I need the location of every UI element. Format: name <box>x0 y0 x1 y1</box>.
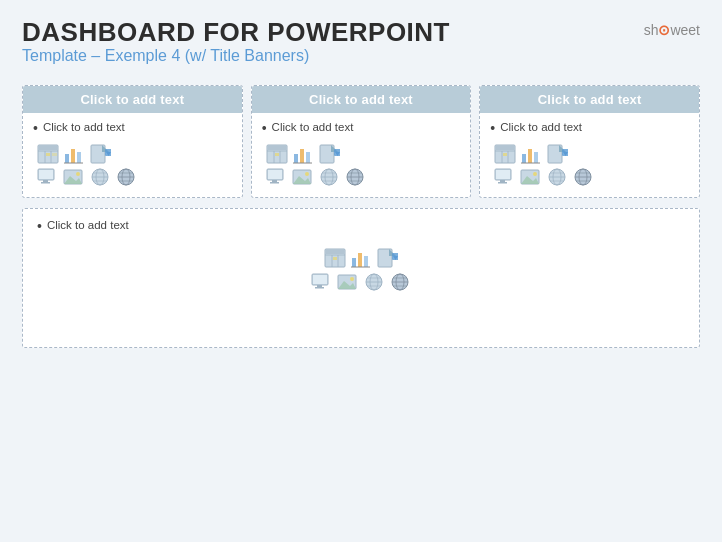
bar-chart-icon-3 <box>520 144 542 164</box>
svg-rect-16 <box>39 170 53 179</box>
globe-2-icon-2 <box>344 167 366 187</box>
card-2[interactable]: Click to add text Click to add text <box>251 85 472 198</box>
card-2-bullet[interactable]: Click to add text <box>262 121 461 136</box>
card-1-banner[interactable]: Click to add text <box>23 86 242 113</box>
table-icon-2 <box>266 144 288 164</box>
svg-rect-100 <box>352 258 356 267</box>
globe-icon-3 <box>546 167 568 187</box>
svg-point-114 <box>350 277 354 281</box>
svg-rect-68 <box>503 153 507 156</box>
globe-2-icon <box>115 167 137 187</box>
svg-rect-98 <box>326 250 344 254</box>
card-1-body: Click to add text <box>23 113 242 197</box>
card-1-bullet[interactable]: Click to add text <box>33 121 232 136</box>
svg-point-52 <box>305 172 309 176</box>
svg-rect-69 <box>522 154 526 163</box>
image-icon-2 <box>292 167 314 187</box>
main-title: DASHBOARD FOR POWERPOINT <box>22 18 450 47</box>
document-svg <box>89 144 111 164</box>
svg-rect-40 <box>306 152 310 163</box>
bottom-card[interactable]: Click to add text <box>22 208 700 348</box>
svg-rect-102 <box>364 256 368 267</box>
card-2-body: Click to add text <box>252 113 471 197</box>
globe-2-svg <box>115 167 137 187</box>
globe-icon <box>89 167 111 187</box>
brand-highlight: ⊙ <box>658 22 670 38</box>
bottom-icon-row-2 <box>311 272 411 292</box>
svg-rect-9 <box>77 152 81 163</box>
svg-rect-36 <box>268 146 286 150</box>
table-icon-3 <box>494 144 516 164</box>
svg-rect-79 <box>500 180 505 182</box>
globe-icon-2 <box>318 167 340 187</box>
svg-rect-39 <box>300 149 304 163</box>
svg-point-21 <box>76 172 80 176</box>
svg-rect-4 <box>39 146 57 150</box>
card-3-banner[interactable]: Click to add text <box>480 86 699 113</box>
card-2-banner[interactable]: Click to add text <box>252 86 471 113</box>
globe-icon-b <box>363 272 385 292</box>
bar-chart-icon-2 <box>292 144 314 164</box>
monitor-icon-2 <box>266 167 288 187</box>
svg-rect-78 <box>496 170 510 179</box>
image-svg <box>63 167 85 187</box>
image-icon-3 <box>520 167 542 187</box>
card-3[interactable]: Click to add text Click to add text <box>479 85 700 198</box>
document-icon-2 <box>318 144 340 164</box>
subtitle: Template – Exemple 4 (w/ Title Banners) <box>22 47 450 65</box>
svg-rect-8 <box>71 149 75 163</box>
bar-chart-icon-b <box>350 248 372 268</box>
image-icon-b <box>337 272 359 292</box>
table-icon <box>37 144 59 164</box>
globe-svg <box>89 167 111 187</box>
bar-chart-icon <box>63 144 85 164</box>
svg-rect-109 <box>313 275 327 284</box>
header-left: DASHBOARD FOR POWERPOINT Template – Exem… <box>22 18 450 79</box>
svg-rect-37 <box>275 153 279 156</box>
svg-rect-38 <box>294 154 298 163</box>
svg-rect-18 <box>41 182 50 184</box>
svg-rect-110 <box>317 285 322 287</box>
svg-point-83 <box>533 172 537 176</box>
card-2-icon-grid <box>262 144 461 187</box>
card-3-bullet[interactable]: Click to add text <box>490 121 689 136</box>
svg-rect-48 <box>272 180 277 182</box>
svg-rect-80 <box>498 182 507 184</box>
svg-rect-111 <box>315 287 324 289</box>
svg-rect-47 <box>268 170 282 179</box>
monitor-svg <box>37 167 59 187</box>
card-3-icon-row-2 <box>494 167 594 187</box>
svg-rect-7 <box>65 154 69 163</box>
card-2-icon-row-1 <box>266 144 340 164</box>
card-1-icon-row-1 <box>37 144 111 164</box>
slide: DASHBOARD FOR POWERPOINT Template – Exem… <box>0 0 722 542</box>
document-icon-b <box>376 248 398 268</box>
bottom-card-bullet[interactable]: Click to add text <box>37 219 685 234</box>
card-3-icon-grid <box>490 144 689 187</box>
table-svg <box>37 144 59 164</box>
bar-chart-svg <box>63 144 85 164</box>
svg-rect-17 <box>43 180 48 182</box>
card-1[interactable]: Click to add text Click to add text <box>22 85 243 198</box>
svg-rect-49 <box>270 182 279 184</box>
svg-rect-6 <box>52 153 57 156</box>
bottom-card-icon-grid <box>37 248 685 292</box>
svg-rect-67 <box>496 146 514 150</box>
card-3-icon-row-1 <box>494 144 568 164</box>
top-card-row: Click to add text Click to add text <box>22 85 700 198</box>
card-1-icon-grid <box>33 144 232 187</box>
card-2-icon-row-2 <box>266 167 366 187</box>
globe-2-icon-b <box>389 272 411 292</box>
image-icon <box>63 167 85 187</box>
globe-2-icon-3 <box>572 167 594 187</box>
bottom-icon-row-1 <box>324 248 398 268</box>
monitor-icon-3 <box>494 167 516 187</box>
monitor-icon <box>37 167 59 187</box>
svg-rect-70 <box>528 149 532 163</box>
document-icon-3 <box>546 144 568 164</box>
document-icon <box>89 144 111 164</box>
monitor-icon-b <box>311 272 333 292</box>
brand-logo: sh⊙weet <box>644 22 700 38</box>
svg-rect-101 <box>358 253 362 267</box>
svg-rect-5 <box>46 153 50 156</box>
